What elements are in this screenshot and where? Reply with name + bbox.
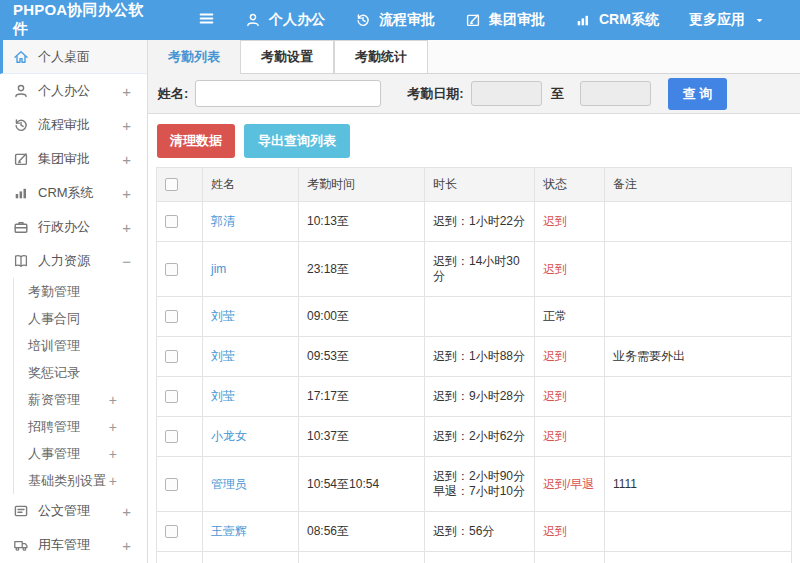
table-row: 小龙女10:37至迟到：2小时62分迟到 <box>157 417 792 457</box>
sidebar-sub-item-training-mgmt[interactable]: 培训管理 <box>14 332 147 359</box>
sidebar-item-personal-office[interactable]: 个人办公+ <box>0 74 147 108</box>
caret-down-icon <box>754 15 765 26</box>
name-input[interactable] <box>195 80 381 107</box>
table-row: 刘莹09:53至迟到：1小时88分迟到业务需要外出 <box>157 337 792 377</box>
row-checkbox[interactable] <box>165 215 178 228</box>
tab-attendance-list[interactable]: 考勤列表 <box>148 40 240 74</box>
note-cell <box>605 417 792 457</box>
chart-icon <box>575 12 591 28</box>
expand-plus-icon[interactable]: + <box>109 392 117 408</box>
sidebar-sub-item-label: 考勤管理 <box>28 283 80 301</box>
sidebar-item-label: 用车管理 <box>38 536 90 554</box>
nav-item-more-apps[interactable]: 更多应用 <box>689 11 765 29</box>
nav-item-personal-office[interactable]: 个人办公 <box>245 11 325 29</box>
employee-name-link[interactable]: 刘莹 <box>211 349 235 363</box>
table-row: 刘莹17:17至迟到：9小时28分迟到 <box>157 377 792 417</box>
collapse-minus-icon[interactable]: − <box>122 253 131 270</box>
employee-name-link[interactable]: 刘莹 <box>211 389 235 403</box>
employee-name-link[interactable]: 郭清 <box>211 214 235 228</box>
sidebar-sub-item-hr-contract[interactable]: 人事合同 <box>14 305 147 332</box>
sidebar-item-vehicle-mgmt[interactable]: 用车管理+ <box>0 528 147 562</box>
sidebar-toggle-button[interactable] <box>198 10 215 31</box>
duration-cell: 迟到：1小时22分 <box>425 202 535 242</box>
status-text: 迟到 <box>543 429 567 443</box>
expand-plus-icon[interactable]: + <box>122 219 131 236</box>
expand-plus-icon[interactable]: + <box>109 473 117 489</box>
export-list-button[interactable]: 导出查询列表 <box>244 124 350 158</box>
clear-data-button[interactable]: 清理数据 <box>157 124 235 158</box>
nav-item-label: CRM系统 <box>599 11 659 29</box>
sidebar-item-label: CRM系统 <box>38 184 94 202</box>
sidebar-item-desktop[interactable]: 个人桌面 <box>0 40 147 74</box>
note-cell: 业务需要外出 <box>605 337 792 377</box>
employee-name-link[interactable]: 刘莹 <box>211 309 235 323</box>
col-header-status: 状态 <box>535 168 605 202</box>
sidebar-sub-item-label: 招聘管理 <box>28 418 80 436</box>
row-checkbox[interactable] <box>165 263 178 276</box>
table-row: 管理员10:54至10:54迟到：2小时90分 早退：7小时10分迟到/早退11… <box>157 457 792 512</box>
tab-attendance-setup[interactable]: 考勤设置 <box>240 40 334 74</box>
status-text: 迟到 <box>543 389 567 403</box>
employee-name-link[interactable]: 小龙女 <box>211 429 247 443</box>
table-row: 王壹辉08:56至迟到：56分迟到 <box>157 512 792 552</box>
sidebar-sub-item-reward-punish[interactable]: 奖惩记录 <box>14 359 147 386</box>
select-all-checkbox[interactable] <box>165 178 178 191</box>
expand-plus-icon[interactable]: + <box>122 151 131 168</box>
status-text: 迟到 <box>543 524 567 538</box>
employee-name-link[interactable]: 管理员 <box>211 477 247 491</box>
expand-plus-icon[interactable]: + <box>122 117 131 134</box>
row-checkbox[interactable] <box>165 525 178 538</box>
employee-name-link[interactable]: jim <box>211 262 226 276</box>
briefcase-icon <box>13 219 29 235</box>
attendance-time-cell: 10:54至10:54 <box>299 457 425 512</box>
expand-plus-icon[interactable]: + <box>109 446 117 462</box>
nav-item-crm-system[interactable]: CRM系统 <box>575 11 659 29</box>
sidebar-sub-item-personnel-mgmt[interactable]: 人事管理+ <box>14 440 147 467</box>
date-from-input[interactable] <box>471 81 542 106</box>
sidebar-item-doc-mgmt[interactable]: 公文管理+ <box>0 494 147 528</box>
sidebar-sub-item-salary-mgmt[interactable]: 薪资管理+ <box>14 386 147 413</box>
attendance-table: 姓名 考勤时间 时长 状态 备注 郭清10:13至迟到：1小时22分迟到jim2… <box>156 167 792 563</box>
sidebar-sub-item-base-category[interactable]: 基础类别设置+ <box>14 467 147 494</box>
row-checkbox[interactable] <box>165 430 178 443</box>
nav-item-label: 个人办公 <box>269 11 325 29</box>
sidebar-sub-item-recruit-mgmt[interactable]: 招聘管理+ <box>14 413 147 440</box>
employee-name-link[interactable]: 王壹辉 <box>211 524 247 538</box>
edit-icon <box>13 151 29 167</box>
date-to-input[interactable] <box>580 81 651 106</box>
nav-item-group-approval[interactable]: 集团审批 <box>465 11 545 29</box>
expand-plus-icon[interactable]: + <box>122 185 131 202</box>
sidebar-item-crm-system[interactable]: CRM系统+ <box>0 176 147 210</box>
row-checkbox[interactable] <box>165 350 178 363</box>
row-checkbox[interactable] <box>165 390 178 403</box>
expand-plus-icon[interactable]: + <box>122 503 131 520</box>
sidebar-item-admin-office[interactable]: 行政办公+ <box>0 210 147 244</box>
sidebar-item-workflow-approval[interactable]: 流程审批+ <box>0 108 147 142</box>
sidebar-item-label: 公文管理 <box>38 502 90 520</box>
expand-plus-icon[interactable]: + <box>122 537 131 554</box>
app-logo: PHPOA协同办公软件 <box>0 1 148 39</box>
expand-plus-icon[interactable]: + <box>122 83 131 100</box>
sidebar-sub-item-label: 薪资管理 <box>28 391 80 409</box>
table-row: 郭清10:13至迟到：1小时22分迟到 <box>157 202 792 242</box>
status-text: 迟到/早退 <box>543 477 594 491</box>
row-checkbox[interactable] <box>165 478 178 491</box>
sidebar-item-human-resources[interactable]: 人力资源− <box>0 244 147 278</box>
name-label: 姓名: <box>158 85 188 103</box>
nav-item-workflow-approval[interactable]: 流程审批 <box>355 11 435 29</box>
tab-attendance-stats[interactable]: 考勤统计 <box>334 40 428 74</box>
hamburger-icon <box>198 10 215 31</box>
sidebar-item-label: 个人桌面 <box>38 48 90 66</box>
note-cell <box>605 297 792 337</box>
duration-cell: 迟到：9小时28分 <box>425 377 535 417</box>
duration-cell <box>425 297 535 337</box>
sidebar-sub-item-attendance-mgmt[interactable]: 考勤管理 <box>14 278 147 305</box>
expand-plus-icon[interactable]: + <box>109 419 117 435</box>
sidebar-item-group-approval[interactable]: 集团审批+ <box>0 142 147 176</box>
chart-icon <box>13 185 29 201</box>
sidebar-sub-item-label: 培训管理 <box>28 337 80 355</box>
sidebar-sub-item-label: 人事合同 <box>28 310 80 328</box>
row-checkbox[interactable] <box>165 310 178 323</box>
to-label: 至 <box>551 85 564 103</box>
search-button[interactable]: 查 询 <box>668 78 728 110</box>
